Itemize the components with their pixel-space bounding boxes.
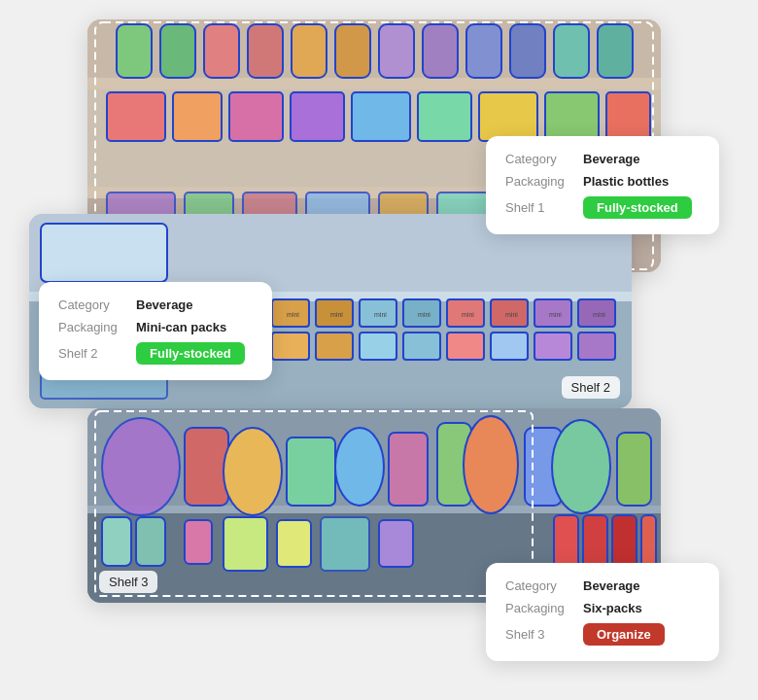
popup-3-category-value: Beverage [583,578,640,593]
popup-2-category-value: Beverage [136,298,193,312]
popup-1-category-row: Category Beverage [505,152,700,166]
shelf-3-label: Shelf 3 [99,571,157,593]
svg-point-76 [224,428,282,515]
info-popup-shelf-3: Category Beverage Packaging Six-packs Sh… [486,563,719,661]
svg-rect-22 [352,92,410,141]
svg-rect-57 [578,332,615,360]
popup-1-status-row: Shelf 1 Fully-stocked [505,196,700,219]
popup-3-packaging-label: Packaging [505,601,575,615]
popup-2-category-row: Category Beverage [58,298,253,312]
svg-rect-89 [277,520,311,567]
popup-2-status-row: Shelf 2 Fully-stocked [58,342,253,365]
svg-rect-85 [102,517,131,566]
svg-rect-20 [229,92,283,141]
svg-rect-51 [316,332,353,360]
svg-rect-12 [379,24,414,78]
popup-3-packaging-row: Packaging Six-packs [505,601,700,615]
svg-rect-10 [292,24,327,78]
svg-text:mini: mini [374,311,387,318]
svg-rect-6 [117,24,152,78]
svg-rect-55 [491,332,528,360]
popup-3-category-label: Category [505,578,575,593]
svg-rect-9 [248,24,283,78]
popup-1-packaging-label: Packaging [505,174,575,189]
svg-rect-54 [447,332,484,360]
svg-rect-95 [641,515,656,569]
popup-2-shelf-label: Shelf 2 [58,346,128,361]
svg-rect-16 [554,24,589,78]
info-popup-shelf-2: Category Beverage Packaging Mini-can pac… [39,282,272,380]
svg-rect-24 [479,92,537,141]
svg-rect-53 [403,332,440,360]
popup-1-category-label: Category [505,152,575,166]
svg-text:mini: mini [505,311,518,318]
svg-text:mini: mini [287,311,299,318]
svg-rect-19 [173,92,222,141]
svg-rect-8 [204,24,239,78]
svg-text:mini: mini [330,311,343,318]
svg-rect-14 [466,24,501,78]
svg-rect-93 [583,515,607,569]
popup-1-category-value: Beverage [583,152,640,166]
info-popup-shelf-1: Category Beverage Packaging Plastic bott… [486,136,719,234]
svg-text:mini: mini [418,311,431,318]
popup-1-status-badge: Fully-stocked [583,196,692,219]
svg-rect-90 [321,517,369,571]
popup-2-packaging-value: Mini-can packs [136,320,226,334]
svg-point-74 [102,418,180,515]
svg-rect-84 [617,433,651,506]
popup-1-shelf-label: Shelf 1 [505,200,575,215]
svg-rect-50 [272,332,309,360]
popup-2-packaging-label: Packaging [58,320,128,334]
popup-3-status-badge: Organize [583,623,665,646]
popup-3-status-row: Shelf 3 Organize [505,623,700,646]
svg-rect-7 [160,24,195,78]
svg-rect-91 [379,520,413,567]
svg-rect-2 [87,78,661,89]
svg-text:mini: mini [462,311,474,318]
svg-rect-11 [335,24,370,78]
svg-rect-75 [185,428,228,506]
popup-2-status-badge: Fully-stocked [136,342,245,365]
svg-rect-87 [185,520,212,564]
svg-rect-25 [545,92,599,141]
popup-3-shelf-label: Shelf 3 [505,627,575,642]
popup-2-category-label: Category [58,298,128,312]
svg-rect-26 [606,92,650,141]
svg-rect-92 [554,515,578,569]
svg-rect-18 [107,92,165,141]
svg-rect-52 [360,332,396,360]
svg-rect-94 [612,515,637,569]
popup-3-packaging-value: Six-packs [583,601,642,615]
shelf-2-label: Shelf 2 [562,376,620,399]
svg-point-81 [464,416,518,513]
svg-rect-23 [418,92,471,141]
svg-rect-21 [291,92,344,141]
main-container: Shelf 1 [29,19,729,681]
svg-point-78 [335,428,384,506]
svg-point-83 [552,420,610,513]
svg-rect-15 [510,24,545,78]
svg-rect-58 [41,224,167,282]
popup-3-category-row: Category Beverage [505,578,700,593]
popup-1-packaging-row: Packaging Plastic bottles [505,174,700,189]
svg-rect-86 [136,517,165,566]
popup-1-packaging-value: Plastic bottles [583,174,669,189]
svg-rect-17 [598,24,633,78]
svg-rect-79 [389,433,428,506]
svg-text:mini: mini [549,311,562,318]
popup-2-packaging-row: Packaging Mini-can packs [58,320,253,334]
svg-rect-56 [534,332,571,360]
svg-rect-13 [423,24,458,78]
svg-text:mini: mini [593,311,605,318]
svg-rect-77 [287,438,335,506]
svg-rect-88 [224,517,267,571]
